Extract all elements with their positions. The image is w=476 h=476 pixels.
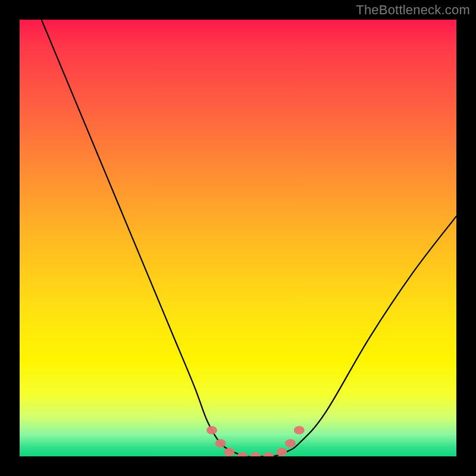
marker-right-knee-1 (276, 448, 287, 456)
svg-point-2 (224, 448, 234, 456)
curve-layer (20, 20, 456, 456)
svg-point-4 (250, 452, 261, 456)
svg-point-1 (215, 439, 226, 447)
marker-flat-2 (250, 452, 261, 456)
svg-point-5 (263, 452, 274, 456)
chart-frame: TheBottleneck.com (0, 0, 476, 476)
marker-flat-3 (263, 452, 274, 456)
marker-left-knee-2 (215, 439, 226, 447)
marker-right-knee-2 (285, 439, 296, 447)
marker-right-knee-3 (294, 426, 305, 434)
svg-point-0 (206, 426, 217, 434)
watermark-text: TheBottleneck.com (356, 2, 470, 18)
bottleneck-curve (42, 20, 456, 456)
svg-point-6 (276, 448, 287, 456)
marker-left-knee-1 (206, 426, 217, 434)
plot-area (20, 20, 456, 456)
svg-point-7 (285, 439, 296, 447)
marker-flat-1 (237, 452, 248, 456)
svg-point-8 (294, 426, 305, 434)
svg-point-3 (237, 452, 248, 456)
marker-left-knee-3 (224, 448, 234, 456)
